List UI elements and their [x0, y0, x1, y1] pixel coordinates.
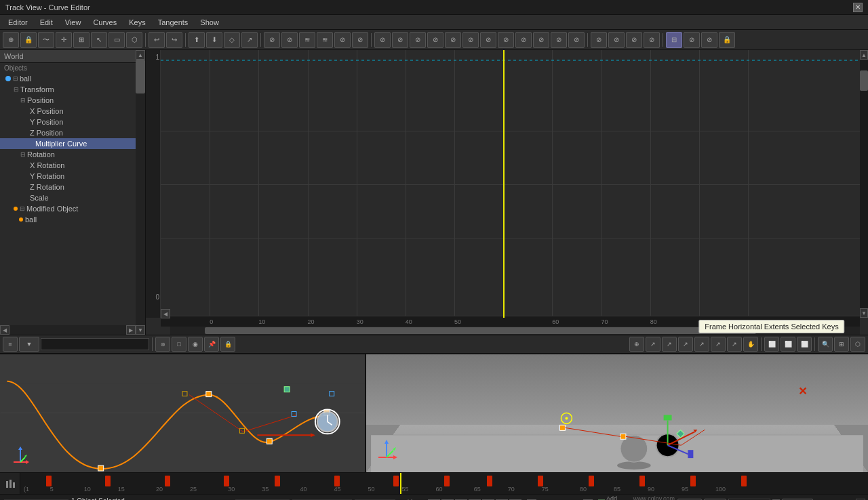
ltb-dot1[interactable]: ◉: [188, 337, 203, 352]
toolbar-btn-lock2[interactable]: 🔒: [719, 32, 735, 48]
toolbar-btn-i[interactable]: ⊘: [334, 32, 351, 48]
toolbar-btn-q[interactable]: ⊘: [480, 32, 496, 48]
toolbar-btn-h[interactable]: ≋: [317, 32, 333, 48]
tree-item-scale[interactable]: Scale: [0, 192, 145, 203]
toolbar-btn-m[interactable]: ⊘: [410, 32, 426, 48]
toolbar-btn-o[interactable]: ⊘: [445, 32, 461, 48]
ltb-frame2[interactable]: ⬜: [781, 337, 795, 352]
toolbar-btn-b[interactable]: ⬇: [206, 32, 222, 48]
menu-editor[interactable]: Editor: [3, 17, 33, 28]
ltb-frame1[interactable]: ⬜ Frame Horizontal Extents Selected Keys: [764, 337, 779, 352]
toolbar-btn-lasso[interactable]: ⬡: [126, 32, 142, 48]
tree-item-transform[interactable]: ⊟ Transform: [0, 84, 145, 95]
toolbar-btn-f[interactable]: ⊘: [281, 32, 298, 48]
ltb-btn-dropdown[interactable]: ▼: [19, 337, 39, 352]
ltb-input[interactable]: [41, 338, 149, 350]
toolbar-btn-r[interactable]: ⊘: [498, 32, 514, 48]
viewport-right[interactable]: ✕: [366, 354, 868, 472]
toolbar-btn-s[interactable]: ⊘: [515, 32, 532, 48]
menu-show[interactable]: Show: [195, 17, 224, 28]
ltb-tangent6[interactable]: ↗: [727, 337, 742, 352]
toolbar-btn-redo[interactable]: ↪: [166, 32, 182, 48]
ltb-grid[interactable]: ⊞: [834, 337, 849, 352]
toolbar-btn-p[interactable]: ⊘: [462, 32, 479, 48]
toolbar-btn-select[interactable]: ↖: [91, 32, 107, 48]
curve-scroll-left[interactable]: ◀: [161, 309, 170, 318]
ltb-tangent3[interactable]: ↗: [678, 337, 693, 352]
ltb-pin[interactable]: 📌: [204, 337, 219, 352]
toolbar-btn-1[interactable]: ⊕: [3, 32, 19, 48]
tree-item-multipliercurve[interactable]: Multiplier Curve: [0, 138, 145, 149]
curve-canvas[interactable]: [161, 50, 860, 318]
toolbar-btn-lock[interactable]: 🔒: [20, 32, 37, 48]
tree-scroll-up[interactable]: ▲: [136, 50, 145, 60]
tree-hscroll[interactable]: ◀ ▶: [0, 325, 136, 335]
ltb-box[interactable]: □: [172, 337, 186, 352]
toolbar-btn-e[interactable]: ⊘: [264, 32, 280, 48]
tree-item-xrotation[interactable]: X Rotation: [0, 160, 145, 171]
tree-item-rotation[interactable]: ⊟ Rotation: [0, 149, 145, 160]
toolbar-btn-undo[interactable]: ↩: [149, 32, 165, 48]
timeline[interactable]: (1 5 10 15 20 25 30 35 40 45 50 55 60 65…: [0, 472, 868, 494]
toolbar-btn-curve[interactable]: 〜: [38, 32, 54, 48]
menu-edit[interactable]: Edit: [35, 17, 58, 28]
tree-item-position[interactable]: ⊟ Position: [0, 95, 145, 106]
ltb-filter[interactable]: ⊛: [155, 337, 170, 352]
ltb-move[interactable]: ⊕: [629, 337, 644, 352]
curve-editor[interactable]: 1 0 ◀: [146, 50, 868, 335]
tree-item-xposition[interactable]: X Position: [0, 106, 145, 117]
toolbar-btn-highlighted[interactable]: ⊟: [666, 32, 682, 48]
tree-item-zrotation[interactable]: Z Rotation: [0, 182, 145, 192]
toolbar-btn-g[interactable]: ≋: [299, 32, 315, 48]
toolbar-btn-z[interactable]: ⊘: [644, 32, 660, 48]
toolbar-btn-y[interactable]: ⊘: [626, 32, 642, 48]
ltb-btn-list[interactable]: ≡: [3, 337, 18, 352]
toolbar-btn-l[interactable]: ⊘: [392, 32, 408, 48]
curve-hscroll-thumb[interactable]: [205, 327, 757, 334]
tree-scroll-down[interactable]: ▼: [136, 325, 145, 335]
tree-scroll-left[interactable]: ◀: [0, 325, 9, 335]
tree-item-zposition[interactable]: Z Position: [0, 127, 145, 138]
toolbar-btn-u[interactable]: ⊘: [551, 32, 567, 48]
toolbar-btn-k[interactable]: ⊘: [374, 32, 391, 48]
ltb-tangent1[interactable]: ↗: [646, 337, 660, 352]
toolbar-btn-d[interactable]: ↗: [241, 32, 258, 48]
vscroll-down[interactable]: ▼: [860, 308, 868, 318]
ltb-hand[interactable]: ✋: [743, 337, 758, 352]
tree-item-ball2[interactable]: ball: [0, 214, 145, 225]
ltb-tangent5[interactable]: ↗: [711, 337, 726, 352]
toolbar-btn-c[interactable]: ◇: [224, 32, 240, 48]
vscroll-up[interactable]: ▲: [860, 50, 868, 60]
toolbar-btn-x[interactable]: ⊘: [608, 32, 625, 48]
toolbar-btn-aa[interactable]: ⊘: [684, 32, 700, 48]
toolbar-btn-w[interactable]: ⊘: [591, 32, 607, 48]
toolbar-btn-move[interactable]: ✛: [56, 32, 72, 48]
tree-item-yrotation[interactable]: Y Rotation: [0, 171, 145, 182]
toolbar-btn-a[interactable]: ⬆: [189, 32, 205, 48]
menu-keys[interactable]: Keys: [123, 17, 151, 28]
menu-curves[interactable]: Curves: [87, 17, 122, 28]
menu-tangents[interactable]: Tangents: [153, 17, 194, 28]
tree-item-yposition[interactable]: Y Position: [0, 117, 145, 127]
ltb-last[interactable]: ⬡: [850, 337, 865, 352]
ltb-zoom-btn[interactable]: 🔍: [818, 337, 833, 352]
toolbar-btn-scale[interactable]: ⊞: [73, 32, 90, 48]
tree-item-ball[interactable]: ⊟ ball: [0, 73, 145, 84]
toolbar-btn-j[interactable]: ⊘: [352, 32, 368, 48]
ltb-tangent4[interactable]: ↗: [694, 337, 709, 352]
close-button[interactable]: ✕: [853, 3, 863, 12]
toolbar-btn-t[interactable]: ⊘: [533, 32, 549, 48]
viewport-left[interactable]: [0, 354, 366, 472]
vscroll-thumb[interactable]: [860, 70, 868, 91]
tree-scroll-right[interactable]: ▶: [126, 325, 136, 335]
ltb-lock[interactable]: 🔒: [220, 337, 235, 352]
menu-view[interactable]: View: [60, 17, 87, 28]
ltb-tangent2[interactable]: ↗: [662, 337, 677, 352]
toolbar-btn-ab[interactable]: ⊘: [701, 32, 717, 48]
tree-item-modifiedobject[interactable]: ⊟ Modified Object: [0, 203, 145, 214]
ltb-frame3[interactable]: ⬜: [797, 337, 812, 352]
curve-vscroll[interactable]: ▲ ▼: [860, 50, 868, 318]
timeline-track[interactable]: (1 5 10 15 20 25 30 35 40 45 50 55 60 65…: [20, 473, 868, 494]
toolbar-btn-rect[interactable]: ▭: [108, 32, 125, 48]
toolbar-btn-n[interactable]: ⊘: [427, 32, 443, 48]
